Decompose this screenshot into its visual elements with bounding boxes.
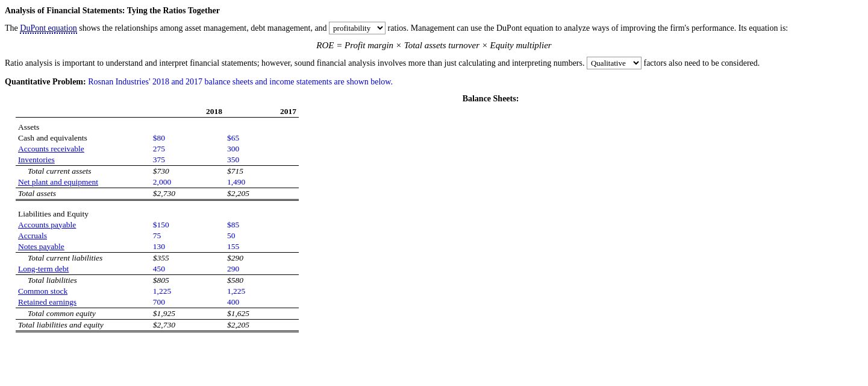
re-2018: 700: [151, 297, 225, 308]
table-row: Accruals 75 50: [16, 230, 299, 241]
tlae-2018: $2,730: [151, 319, 225, 331]
cash-2018: $80: [151, 133, 225, 144]
cash-label: Cash and equivalents: [16, 133, 151, 144]
ratio-suffix: factors also need to be considered.: [643, 59, 760, 68]
ar-2017: 300: [225, 144, 299, 154]
table-row: Accounts receivable 275 300: [16, 144, 299, 154]
intro-prefix: The: [5, 24, 18, 33]
np-2017: 155: [225, 241, 299, 253]
np-2018: 130: [151, 241, 225, 253]
table-row: Notes payable 130 155: [16, 241, 299, 253]
dupont-equation: ROE = Profit margin × Total assets turno…: [5, 40, 863, 51]
table-row: Total liabilities $805 $580: [16, 274, 299, 286]
tce-2018: $1,925: [151, 308, 225, 319]
acc-2017: 50: [225, 230, 299, 241]
spacer-row: [16, 200, 299, 209]
tlae-label: Total liabilities and equity: [16, 319, 151, 331]
liabilities-section-header: Liabilities and Equity: [16, 209, 299, 220]
balance-sheet-title: Balance Sheets:: [118, 94, 863, 104]
table-row: Cash and equivalents $80 $65: [16, 133, 299, 144]
liabilities-label: Liabilities and Equity: [16, 209, 299, 220]
table-row: Total assets $2,730 $2,205: [16, 188, 299, 200]
table-row: Net plant and equipment 2,000 1,490: [16, 177, 299, 188]
tce-label: Total common equity: [16, 308, 151, 319]
ta-label: Total assets: [16, 188, 151, 200]
tce-2017: $1,625: [225, 308, 299, 319]
tl-2017: $580: [225, 274, 299, 286]
table-row: Accounts payable $150 $85: [16, 220, 299, 230]
tcl-2018: $355: [151, 252, 225, 264]
table-row: Retained earnings 700 400: [16, 297, 299, 308]
tca-2017: $715: [225, 166, 299, 177]
tl-2018: $805: [151, 274, 225, 286]
quant-text: Rosnan Industries' 2018 and 2017 balance…: [88, 77, 393, 86]
acc-2018: 75: [151, 230, 225, 241]
inv-label: Inventories: [16, 154, 151, 166]
ltd-label: Long-term debt: [16, 264, 151, 275]
table-row: Total common equity $1,925 $1,625: [16, 308, 299, 319]
tcl-2017: $290: [225, 252, 299, 264]
npe-2018: 2,000: [151, 177, 225, 188]
tcl-label: Total current liabilities: [16, 252, 151, 264]
ratio-paragraph: Ratio analysis is important to understan…: [5, 57, 863, 69]
npe-2017: 1,490: [225, 177, 299, 188]
balance-sheet-table: 2018 2017 Assets Cash and equivalents $8…: [16, 106, 299, 332]
re-2017: 400: [225, 297, 299, 308]
inv-2018: 375: [151, 154, 225, 166]
cash-2017: $65: [225, 133, 299, 144]
inv-2017: 350: [225, 154, 299, 166]
ratio-prefix: Ratio analysis is important to understan…: [5, 59, 584, 68]
ta-2018: $2,730: [151, 188, 225, 200]
intro-paragraph: The DuPont equation shows the relationsh…: [5, 22, 863, 34]
col-2018-header: 2018: [151, 106, 225, 118]
cs-2018: 1,225: [151, 286, 225, 297]
quant-label: Quantitative Problem:: [5, 77, 86, 86]
assets-label: Assets: [16, 118, 299, 133]
table-row: Long-term debt 450 290: [16, 264, 299, 275]
ap-2018: $150: [151, 220, 225, 230]
tl-label: Total liabilities: [16, 274, 151, 286]
tca-label: Total current assets: [16, 166, 151, 177]
tca-2018: $730: [151, 166, 225, 177]
re-label: Retained earnings: [16, 297, 151, 308]
cs-label: Common stock: [16, 286, 151, 297]
ltd-2017: 290: [225, 264, 299, 275]
page-title: Analysis of Financial Statements: Tying …: [5, 6, 863, 16]
acc-label: Accruals: [16, 230, 151, 241]
intro-suffix: ratios. Management can use the DuPont eq…: [388, 24, 788, 33]
qualitative-dropdown[interactable]: Qualitative Quantitative: [587, 57, 642, 69]
balance-sheet-section: Balance Sheets: 2018 2017 Assets Cash an…: [10, 94, 863, 332]
table-row: Common stock 1,225 1,225: [16, 286, 299, 297]
ltd-2018: 450: [151, 264, 225, 275]
dupont-equation-link[interactable]: DuPont equation: [20, 24, 77, 34]
table-row: Total current liabilities $355 $290: [16, 252, 299, 264]
profitability-dropdown[interactable]: profitability liquidity market value: [329, 22, 386, 34]
np-label: Notes payable: [16, 241, 151, 253]
quant-problem-text: Quantitative Problem: Rosnan Industries'…: [5, 75, 863, 88]
intro-middle: shows the relationships among asset mana…: [79, 24, 329, 33]
col-2017-header: 2017: [225, 106, 299, 118]
ar-label: Accounts receivable: [16, 144, 151, 154]
npe-label: Net plant and equipment: [16, 177, 151, 188]
ar-2018: 275: [151, 144, 225, 154]
ap-label: Accounts payable: [16, 220, 151, 230]
ta-2017: $2,205: [225, 188, 299, 200]
ap-2017: $85: [225, 220, 299, 230]
table-row: Total liabilities and equity $2,730 $2,2…: [16, 319, 299, 331]
table-row: Total current assets $730 $715: [16, 166, 299, 177]
table-header-row: 2018 2017: [16, 106, 299, 118]
table-row: Inventories 375 350: [16, 154, 299, 166]
assets-section-header: Assets: [16, 118, 299, 133]
cs-2017: 1,225: [225, 286, 299, 297]
tlae-2017: $2,205: [225, 319, 299, 331]
col-label-header: [16, 106, 151, 118]
